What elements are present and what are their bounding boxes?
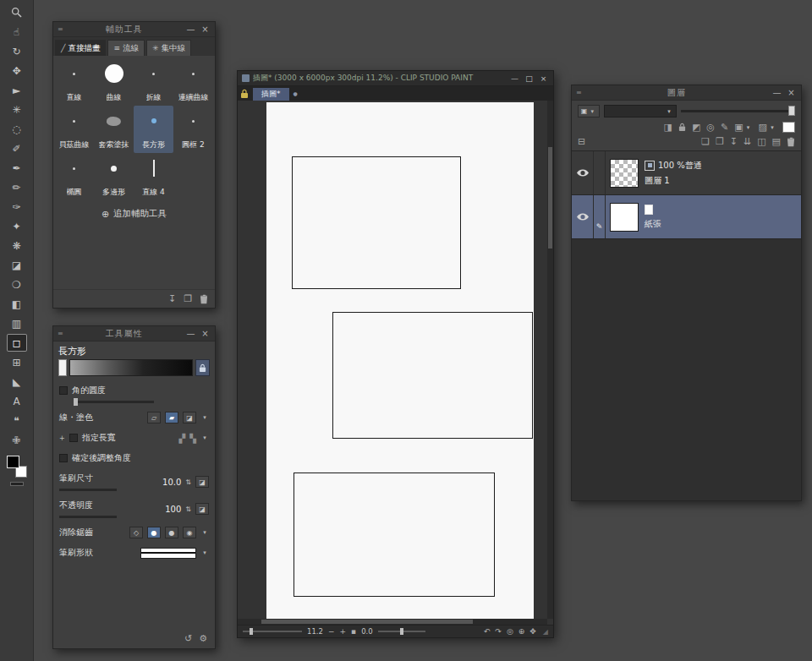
tab-stream-line[interactable]: ≡ 流線: [107, 40, 145, 56]
list-options-icon[interactable]: ⊟: [578, 136, 585, 147]
decoration-tool-button[interactable]: ❋: [2, 236, 32, 255]
dynamics-source-button[interactable]: ◪: [195, 503, 209, 515]
layer-color-icon[interactable]: ▣▾: [734, 122, 752, 133]
panel-menu-icon[interactable]: ≡: [58, 25, 63, 33]
eraser-tool-button[interactable]: ◪: [2, 255, 32, 275]
maximize-button[interactable]: □: [524, 74, 535, 83]
chevron-down-icon[interactable]: ▾: [200, 414, 209, 421]
dynamics-source-button[interactable]: ◪: [195, 476, 209, 488]
new-layer-icon[interactable]: ❏: [701, 136, 710, 147]
main-color-swatch[interactable]: [7, 456, 19, 468]
add-subtool-button[interactable]: ⊕ 追加輔助工具: [53, 208, 215, 220]
canvas-tab[interactable]: 插圖*: [253, 88, 289, 101]
layer-info[interactable]: 100 %普通 圖層 1: [639, 151, 801, 194]
subtool-lasso-fill[interactable]: 套索塗抹: [94, 106, 134, 153]
subtool-rectangle[interactable]: 長方形: [134, 106, 173, 153]
figure-tool-button[interactable]: ◻: [7, 334, 27, 352]
slider-handle[interactable]: [74, 398, 78, 406]
new-folder-icon[interactable]: ❒: [716, 136, 724, 147]
lock-property-button[interactable]: [195, 359, 210, 376]
layer-thumbnail[interactable]: [610, 203, 639, 232]
blend-tool-button[interactable]: ❍: [2, 275, 32, 294]
subtool-bezier[interactable]: 貝茲曲線: [54, 106, 94, 153]
text-tool-button[interactable]: A: [2, 391, 32, 411]
layer-row-layer1[interactable]: 100 %普通 圖層 1: [572, 151, 801, 195]
close-button[interactable]: ×: [200, 329, 211, 338]
close-button[interactable]: ×: [200, 25, 211, 34]
eyedropper-tool-button[interactable]: ✐: [2, 139, 32, 158]
subtool-ellipse[interactable]: 橢圓: [54, 153, 94, 200]
close-button[interactable]: ×: [538, 74, 549, 83]
slider-handle[interactable]: [250, 628, 253, 635]
move-layer-tool-button[interactable]: ✥: [2, 61, 32, 80]
slider-handle[interactable]: [788, 106, 795, 116]
enable-mask-icon[interactable]: ◎: [706, 122, 715, 133]
layer-color-swatch[interactable]: [782, 122, 795, 133]
rotation-slider[interactable]: [378, 631, 425, 632]
expander-icon[interactable]: +: [59, 434, 65, 442]
slider-handle[interactable]: [400, 628, 403, 635]
line-correct-tool-button[interactable]: ✙: [2, 430, 32, 450]
chevron-down-icon[interactable]: ▾: [200, 549, 209, 556]
create-line-and-fill-button[interactable]: ◪: [183, 412, 196, 423]
visibility-cell[interactable]: [572, 151, 594, 194]
layer-thumbnail[interactable]: [610, 159, 639, 188]
draft-layer-icon[interactable]: ✎: [721, 122, 728, 133]
clip-below-icon[interactable]: ◨: [664, 122, 672, 133]
advanced-settings-icon[interactable]: ⚙: [199, 633, 207, 644]
hand-tool-button[interactable]: ☝: [2, 22, 32, 41]
reset-settings-icon[interactable]: ↺: [184, 633, 192, 644]
layer-name[interactable]: 圖層 1: [645, 175, 801, 187]
subtool-ellipse-frame-2[interactable]: 圓框 2: [173, 106, 213, 153]
redo-button[interactable]: ↷: [495, 627, 502, 636]
balloon-tool-button[interactable]: ❝: [2, 411, 32, 430]
corner-roundness-slider[interactable]: [74, 401, 154, 403]
minimize-button[interactable]: —: [185, 25, 196, 34]
antialias-middle-button[interactable]: ●: [165, 527, 178, 538]
minimize-button[interactable]: —: [771, 88, 782, 97]
brush-shape-preview[interactable]: [140, 548, 196, 559]
brush-size-value[interactable]: 10.0: [159, 478, 181, 487]
antialias-strong-button[interactable]: ◉: [183, 527, 196, 538]
pen-tool-button[interactable]: ✒: [2, 158, 32, 178]
color-swatches[interactable]: [7, 456, 27, 478]
layer-row-paper[interactable]: ✎ 紙張: [572, 195, 801, 239]
antialias-weak-button[interactable]: ●: [147, 527, 161, 538]
fit-screen-button[interactable]: ▪: [351, 627, 356, 636]
reset-view-button[interactable]: ◎: [507, 627, 513, 636]
canvas-page[interactable]: [266, 102, 534, 625]
brush-tool-button[interactable]: ✑: [2, 197, 32, 216]
subtool-polyline[interactable]: 折線: [134, 58, 173, 106]
corner-roundness-checkbox[interactable]: [59, 386, 68, 395]
vertical-scrollbar[interactable]: [547, 101, 553, 619]
chevron-down-icon[interactable]: ▾: [200, 434, 209, 441]
apply-mask-icon[interactable]: ▤: [772, 136, 781, 147]
blend-mode-dropdown[interactable]: ▾: [604, 105, 677, 117]
zoom-slider[interactable]: [243, 631, 302, 632]
palette-effect-button[interactable]: ▣ ▾: [578, 105, 600, 117]
layer-info[interactable]: 紙張: [639, 195, 801, 238]
visibility-cell[interactable]: [572, 195, 594, 238]
auto-select-tool-button[interactable]: ✳: [2, 100, 32, 119]
layer-name[interactable]: 紙張: [645, 218, 801, 230]
ruler-tool-button[interactable]: ◣: [2, 372, 32, 391]
delete-subtool-icon[interactable]: [200, 294, 208, 304]
zoom-nav-button[interactable]: ⊕: [518, 627, 525, 636]
pan-button[interactable]: ✥: [529, 627, 536, 636]
create-fill-button[interactable]: ▰: [165, 412, 178, 423]
undo-button[interactable]: ↶: [484, 627, 491, 636]
divide-view-icon[interactable]: ▨▾: [759, 122, 776, 133]
canvas-titlebar[interactable]: 插圖* (3000 x 6000px 300dpi 11.2%) - CLIP …: [238, 71, 553, 86]
subtool-straight-line-4[interactable]: 直線 4: [134, 153, 173, 200]
brush-size-slider[interactable]: [59, 489, 117, 491]
layer-opacity-slider[interactable]: [681, 110, 795, 112]
tab-saturated-line[interactable]: ✳ 集中線: [146, 40, 191, 56]
scrollbar-thumb[interactable]: [261, 620, 473, 624]
create-line-button[interactable]: ▱: [147, 412, 161, 423]
opacity-slider[interactable]: [59, 516, 117, 518]
pencil-tool-button[interactable]: ✏: [2, 178, 32, 197]
gradient-tool-button[interactable]: ▥: [2, 314, 32, 333]
resize-grip[interactable]: ◢: [543, 628, 548, 636]
fill-tool-button[interactable]: ◧: [2, 294, 32, 314]
register-subtool-icon[interactable]: ↧: [168, 293, 176, 304]
